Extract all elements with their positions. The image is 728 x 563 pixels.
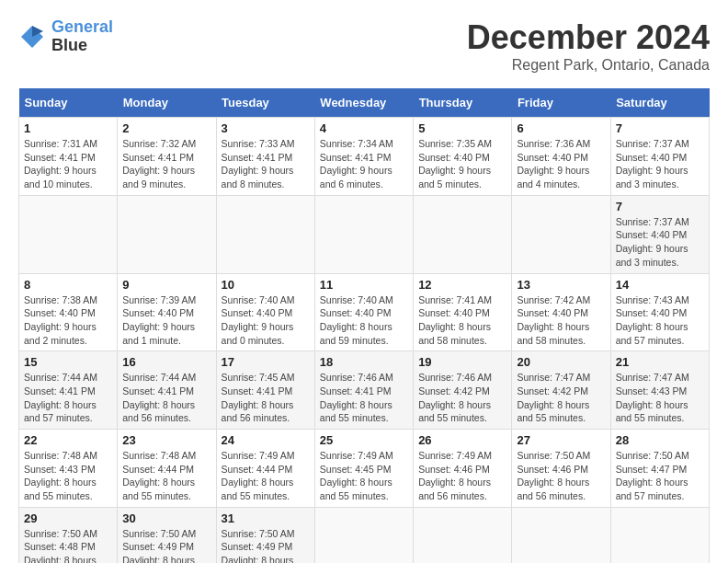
table-row <box>414 507 512 563</box>
table-row <box>414 195 512 273</box>
table-row: 6Sunrise: 7:36 AMSunset: 4:40 PMDaylight… <box>512 118 610 196</box>
table-row: 15Sunrise: 7:44 AMSunset: 4:41 PMDayligh… <box>19 351 118 430</box>
table-row: 22Sunrise: 7:48 AMSunset: 4:43 PMDayligh… <box>19 430 118 508</box>
table-row: 11Sunrise: 7:40 AMSunset: 4:40 PMDayligh… <box>314 273 413 351</box>
table-row: 17Sunrise: 7:45 AMSunset: 4:41 PMDayligh… <box>216 351 314 430</box>
table-row <box>512 195 610 273</box>
table-row: 23Sunrise: 7:48 AMSunset: 4:44 PMDayligh… <box>118 430 216 508</box>
header-sunday: Sunday <box>19 88 118 118</box>
table-row: 3Sunrise: 7:33 AMSunset: 4:41 PMDaylight… <box>216 118 314 196</box>
table-row: 29Sunrise: 7:50 AMSunset: 4:48 PMDayligh… <box>19 507 118 563</box>
table-row <box>19 195 118 273</box>
calendar-header: Sunday Monday Tuesday Wednesday Thursday… <box>19 88 710 118</box>
table-row <box>610 507 709 563</box>
table-row: 18Sunrise: 7:46 AMSunset: 4:41 PMDayligh… <box>314 351 413 430</box>
page-header: General Blue December 2024 Regent Park, … <box>18 18 710 74</box>
logo-text: General Blue <box>51 18 113 55</box>
table-row <box>118 195 216 273</box>
header-saturday: Saturday <box>610 88 709 118</box>
table-row: 21Sunrise: 7:47 AMSunset: 4:43 PMDayligh… <box>610 351 709 430</box>
table-row <box>512 507 610 563</box>
table-row: 20Sunrise: 7:47 AMSunset: 4:42 PMDayligh… <box>512 351 610 430</box>
header-thursday: Thursday <box>414 88 512 118</box>
table-row: 8Sunrise: 7:38 AMSunset: 4:40 PMDaylight… <box>19 273 118 351</box>
logo-icon <box>18 23 46 51</box>
calendar-subtitle: Regent Park, Ontario, Canada <box>467 57 710 74</box>
header-tuesday: Tuesday <box>216 88 314 118</box>
table-row: 13Sunrise: 7:42 AMSunset: 4:40 PMDayligh… <box>512 273 610 351</box>
table-row: 10Sunrise: 7:40 AMSunset: 4:40 PMDayligh… <box>216 273 314 351</box>
table-row <box>216 195 314 273</box>
header-monday: Monday <box>118 88 216 118</box>
table-row: 19Sunrise: 7:46 AMSunset: 4:42 PMDayligh… <box>414 351 512 430</box>
table-row: 5Sunrise: 7:35 AMSunset: 4:40 PMDaylight… <box>414 118 512 196</box>
table-row: 25Sunrise: 7:49 AMSunset: 4:45 PMDayligh… <box>314 430 413 508</box>
table-row: 7Sunrise: 7:37 AMSunset: 4:40 PMDaylight… <box>610 195 709 273</box>
table-row: 12Sunrise: 7:41 AMSunset: 4:40 PMDayligh… <box>414 273 512 351</box>
table-row: 4Sunrise: 7:34 AMSunset: 4:41 PMDaylight… <box>314 118 413 196</box>
table-row: 26Sunrise: 7:49 AMSunset: 4:46 PMDayligh… <box>414 430 512 508</box>
header-friday: Friday <box>512 88 610 118</box>
table-row: 24Sunrise: 7:49 AMSunset: 4:44 PMDayligh… <box>216 430 314 508</box>
table-row: 30Sunrise: 7:50 AMSunset: 4:49 PMDayligh… <box>118 507 216 563</box>
table-row: 7Sunrise: 7:37 AMSunset: 4:40 PMDaylight… <box>610 118 709 196</box>
table-row <box>314 507 413 563</box>
calendar-title: December 2024 <box>467 18 710 57</box>
table-row: 27Sunrise: 7:50 AMSunset: 4:46 PMDayligh… <box>512 430 610 508</box>
calendar-table: Sunday Monday Tuesday Wednesday Thursday… <box>18 88 710 563</box>
table-row: 31Sunrise: 7:50 AMSunset: 4:49 PMDayligh… <box>216 507 314 563</box>
table-row: 1Sunrise: 7:31 AMSunset: 4:41 PMDaylight… <box>19 118 118 196</box>
logo: General Blue <box>18 18 113 55</box>
header-wednesday: Wednesday <box>314 88 413 118</box>
table-row: 28Sunrise: 7:50 AMSunset: 4:47 PMDayligh… <box>610 430 709 508</box>
calendar-body: 1Sunrise: 7:31 AMSunset: 4:41 PMDaylight… <box>19 118 710 564</box>
table-row <box>314 195 413 273</box>
table-row: 14Sunrise: 7:43 AMSunset: 4:40 PMDayligh… <box>610 273 709 351</box>
title-block: December 2024 Regent Park, Ontario, Cana… <box>467 18 710 74</box>
table-row: 16Sunrise: 7:44 AMSunset: 4:41 PMDayligh… <box>118 351 216 430</box>
table-row: 9Sunrise: 7:39 AMSunset: 4:40 PMDaylight… <box>118 273 216 351</box>
table-row: 2Sunrise: 7:32 AMSunset: 4:41 PMDaylight… <box>118 118 216 196</box>
